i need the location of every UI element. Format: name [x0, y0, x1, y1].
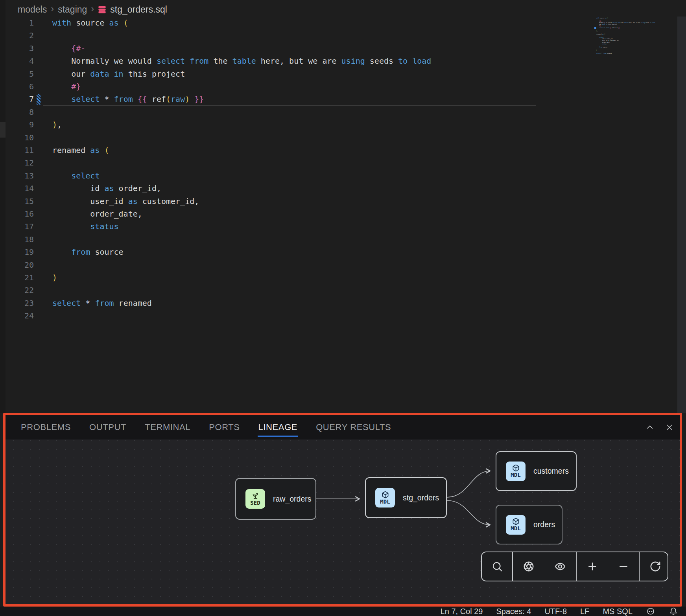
eye-button[interactable] — [544, 552, 576, 581]
line-number: 13 — [6, 169, 34, 182]
tab-lineage[interactable]: LINEAGE — [258, 415, 298, 439]
code-line-21[interactable]: 21) — [6, 271, 590, 284]
minimap-modified-marker — [594, 27, 596, 29]
code-line-13[interactable]: 13 select — [6, 169, 590, 182]
code-line-10[interactable]: 10 — [6, 131, 590, 144]
code-line-3[interactable]: 3 {#- — [6, 42, 590, 55]
badge-label: MDL — [511, 472, 520, 478]
lineage-node-orders[interactable]: MDLorders — [496, 505, 562, 544]
status-bar: Ln 7, Col 29Spaces: 4UTF-8LFMS SQL — [0, 607, 686, 616]
lineage-edge — [447, 500, 490, 525]
editor-scrollbar[interactable] — [677, 17, 686, 413]
lineage-node-customers[interactable]: MDLcustomers — [496, 451, 577, 491]
code-line-24[interactable]: 24 — [6, 309, 590, 322]
code-line-14[interactable]: 14 id as order_id, — [6, 182, 590, 195]
status-cursor-position[interactable]: Ln 7, Col 29 — [441, 607, 483, 616]
code-line-17[interactable]: 17 status — [6, 220, 590, 233]
code-line-6[interactable]: 6 #} — [6, 80, 590, 93]
tab-query-results[interactable]: QUERY RESULTS — [316, 415, 391, 439]
line-number: 24 — [6, 309, 34, 322]
code-line-2[interactable]: 2 — [6, 29, 590, 42]
code-line-9[interactable]: 9), — [6, 118, 590, 131]
aperture-button[interactable] — [513, 552, 544, 581]
code-line-23[interactable]: 23select * from renamed — [6, 297, 590, 310]
aperture-icon — [523, 561, 535, 572]
code-line-19[interactable]: 19 from source — [6, 246, 590, 259]
activity-strip-indicator — [0, 122, 6, 138]
badge-label: MDL — [380, 498, 390, 505]
code-line-text: #} — [52, 80, 81, 93]
refresh-button[interactable] — [640, 552, 671, 581]
breadcrumb-item-models[interactable]: models — [18, 4, 47, 15]
code-line-text: with source as ( — [52, 17, 128, 29]
code-line-text: Normally we would select from the table … — [52, 55, 431, 67]
line-number: 2 — [6, 29, 34, 42]
code-line-20[interactable]: 20 — [6, 259, 590, 272]
zoom-in-button[interactable] — [577, 552, 608, 581]
line-number: 3 — [6, 42, 34, 55]
line-number: 6 — [6, 80, 34, 93]
tab-ports[interactable]: PORTS — [209, 415, 240, 439]
tab-problems[interactable]: PROBLEMS — [21, 415, 71, 439]
code-line-5[interactable]: 5 our data in this project — [6, 68, 590, 81]
code-editor[interactable]: 1with source as (23 {#-4 Normally we wou… — [6, 17, 590, 327]
badge-label: SED — [250, 500, 260, 506]
node-label: stg_orders — [403, 493, 439, 502]
status-language-mode[interactable]: MS SQL — [603, 607, 633, 616]
line-number: 19 — [6, 246, 34, 258]
bell-icon[interactable] — [669, 607, 678, 616]
code-line-15[interactable]: 15 user_id as customer_id, — [6, 195, 590, 208]
tab-terminal[interactable]: TERMINAL — [145, 415, 190, 439]
line-number: 22 — [6, 284, 34, 296]
minimap[interactable]: with source as ( {#- Normally we would s… — [596, 17, 675, 58]
status-eol[interactable]: LF — [580, 607, 589, 616]
code-line-18[interactable]: 18 — [6, 233, 590, 246]
line-number: 10 — [6, 131, 34, 144]
line-number: 4 — [6, 55, 34, 67]
line-number: 17 — [6, 220, 34, 233]
line-number: 16 — [6, 208, 34, 220]
code-line-text: select * from renamed — [52, 297, 152, 309]
close-icon — [665, 423, 674, 432]
refresh-icon — [649, 561, 661, 572]
vscode-window: models › staging › stg_orders.sql 1with … — [0, 0, 686, 616]
search-button[interactable] — [482, 552, 512, 581]
lineage-node-raw_orders[interactable]: SEDraw_orders — [235, 478, 316, 520]
search-icon — [491, 561, 503, 572]
zoom-out-button[interactable] — [608, 552, 639, 581]
panel-collapse-button[interactable] — [644, 422, 655, 433]
line-number: 15 — [6, 195, 34, 208]
panel-close-button[interactable] — [664, 422, 675, 433]
breadcrumb-item-staging[interactable]: staging — [58, 4, 87, 15]
breadcrumb-file[interactable]: stg_orders.sql — [110, 4, 167, 15]
code-line-8[interactable]: 8 — [6, 106, 590, 119]
zoom-out-icon — [618, 561, 629, 572]
lineage-node-stg_orders[interactable]: MDLstg_orders — [365, 477, 447, 518]
copilot-icon[interactable] — [646, 607, 655, 616]
line-number: 18 — [6, 233, 34, 246]
status-encoding[interactable]: UTF-8 — [544, 607, 567, 616]
sprout-icon — [252, 492, 259, 500]
node-label: raw_orders — [273, 495, 312, 504]
chevron-right-icon: › — [91, 4, 94, 13]
code-line-22[interactable]: 22 — [6, 284, 590, 297]
cube-icon — [382, 491, 389, 498]
code-line-16[interactable]: 16 order_date, — [6, 208, 590, 221]
code-line-text: ) — [52, 271, 57, 284]
status-indentation[interactable]: Spaces: 4 — [496, 607, 531, 616]
node-label: customers — [533, 467, 569, 476]
line-number: 14 — [6, 182, 34, 195]
model-badge: MDL — [375, 488, 395, 508]
cube-icon — [512, 518, 520, 525]
tab-output[interactable]: OUTPUT — [89, 415, 126, 439]
seed-badge: SED — [245, 489, 265, 509]
lineage-canvas[interactable]: SEDraw_ordersMDLstg_ordersMDLcustomersMD… — [6, 439, 680, 604]
code-line-4[interactable]: 4 Normally we would select from the tabl… — [6, 55, 590, 68]
code-line-11[interactable]: 11renamed as ( — [6, 144, 590, 157]
code-line-12[interactable]: 12 — [6, 156, 590, 169]
code-line-7[interactable]: 7 select * from {{ ref(raw) }} — [6, 93, 590, 106]
activity-strip — [0, 0, 6, 413]
code-line-text: select * from {{ ref(raw) }} — [52, 93, 204, 105]
line-number: 11 — [6, 144, 34, 156]
code-line-1[interactable]: 1with source as ( — [6, 17, 590, 29]
